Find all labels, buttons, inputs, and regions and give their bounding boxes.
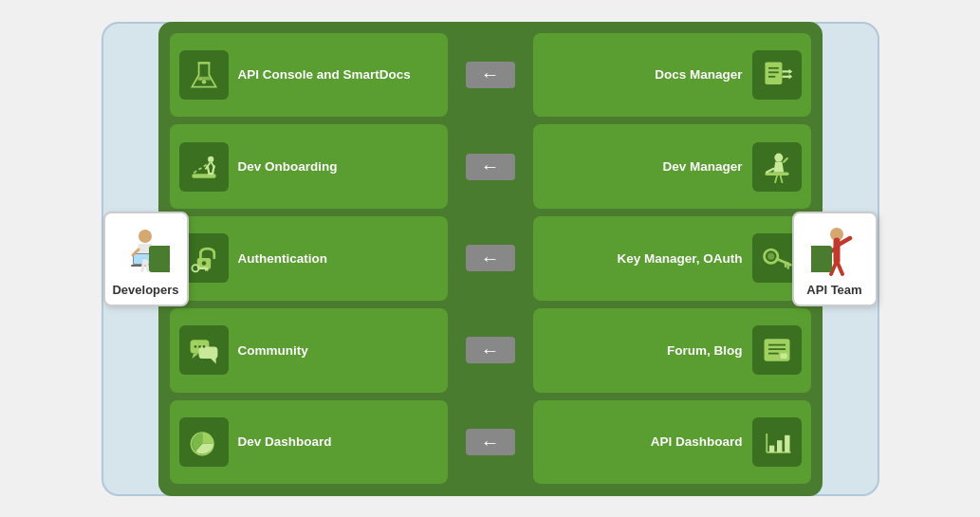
authentication-label: Authentication [238,250,328,268]
arrow-5 [466,429,515,455]
dev-dashboard-label: Dev Dashboard [238,434,332,451]
svg-line-34 [775,175,777,182]
list-item: Key Manager, OAuth [533,216,811,301]
docs-icon [752,50,802,100]
developers-box: Developers [103,212,189,306]
chart-icon [752,417,802,467]
list-item: Dev Dashboard [170,400,448,485]
diagram-container: API Console and SmartDocs [26,12,955,506]
list-item: API Dashboard [533,400,811,485]
left-column: API Console and SmartDocs [158,22,457,496]
developers-label: Developers [112,283,178,297]
right-connector-bar [811,246,832,272]
chat-icon [179,325,229,375]
api-console-label: API Console and SmartDocs [238,66,411,83]
list-item: Docs Manager [533,33,811,118]
svg-line-35 [780,175,782,182]
arrow-connector-4 [466,308,515,393]
svg-point-19 [198,345,201,348]
dev-onboarding-label: Dev Onboarding [238,158,338,175]
svg-point-0 [201,80,206,84]
svg-rect-16 [198,347,217,360]
arrow-connector-2 [466,124,515,209]
escalator-icon [179,142,229,192]
list-item: Dev Onboarding [170,124,448,209]
arrow-connector-5 [466,400,515,485]
forum-icon [752,325,802,375]
svg-point-9 [201,262,206,267]
manager-icon [752,142,802,192]
list-item: Community [170,308,448,393]
svg-line-63 [837,261,842,274]
list-item: API Console and SmartDocs [170,33,448,118]
svg-point-30 [774,153,783,161]
svg-line-33 [784,158,787,162]
dev-manager-label: Dev Manager [662,158,742,175]
svg-rect-49 [777,440,782,452]
flask-icon [179,50,229,100]
list-item: Authentication [170,216,448,301]
svg-point-1 [199,78,202,81]
api-team-box: API Team [792,212,878,306]
svg-point-20 [202,345,205,348]
svg-rect-45 [780,354,786,359]
forum-blog-label: Forum, Blog [667,342,743,360]
list-item: Forum, Blog [533,308,811,393]
middle-column [457,22,524,496]
svg-marker-27 [788,69,792,74]
community-label: Community [238,342,308,360]
arrow-4 [466,337,515,363]
right-column: Docs Manager [524,22,823,496]
list-item: Dev Manager [533,124,811,209]
svg-point-51 [139,230,152,243]
svg-line-56 [142,261,144,270]
svg-line-32 [767,168,773,172]
pie-icon [179,417,229,467]
svg-rect-50 [785,435,789,452]
key-manager-label: Key Manager, OAuth [617,250,742,268]
docs-manager-label: Docs Manager [655,66,742,83]
left-connector-bar [149,246,170,272]
svg-rect-48 [768,446,773,452]
arrow-connector-1 [466,33,515,118]
arrow-3 [466,245,515,271]
inner-green-panel: API Console and SmartDocs [158,22,823,496]
api-dashboard-label: API Dashboard [651,434,743,451]
svg-marker-17 [211,359,215,363]
svg-line-6 [211,161,214,166]
svg-marker-29 [788,74,792,79]
arrow-2 [466,154,515,180]
svg-marker-15 [192,354,198,359]
arrow-connector-3 [466,216,515,301]
arrow-1 [466,62,515,88]
svg-point-18 [194,345,196,348]
api-team-label: API Team [806,283,861,297]
svg-point-37 [767,253,774,260]
